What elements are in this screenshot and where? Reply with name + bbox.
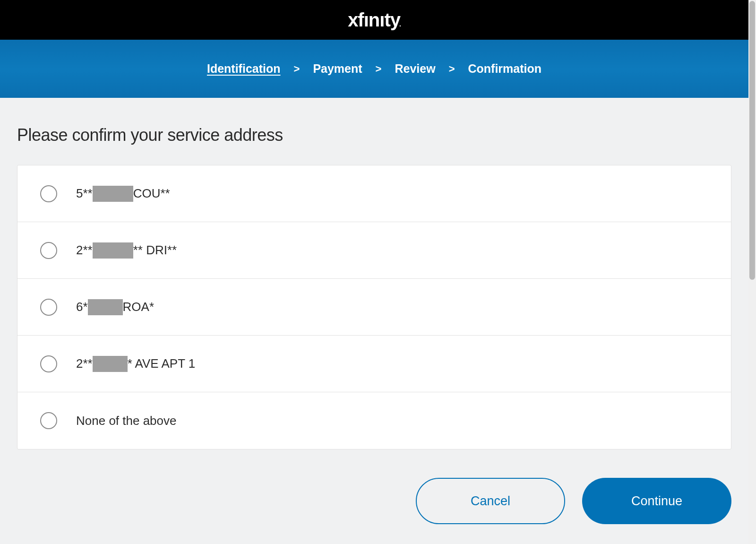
- page-title: Please confirm your service address: [17, 125, 731, 145]
- redaction-block: [93, 356, 128, 372]
- address-option-label: None of the above: [76, 414, 177, 428]
- address-option-0[interactable]: 5** COU**: [17, 165, 731, 222]
- continue-button[interactable]: Continue: [582, 478, 731, 524]
- chevron-right-icon: >: [449, 63, 455, 75]
- address-option-1[interactable]: 2**** DRI**: [17, 222, 731, 279]
- scrollbar-track[interactable]: [748, 0, 756, 544]
- address-option-label: 5** COU**: [76, 186, 170, 202]
- address-option-label: 2**** DRI**: [76, 242, 177, 259]
- address-option-label: 6* ROA*: [76, 299, 154, 315]
- action-buttons: Cancel Continue: [17, 478, 731, 524]
- header-bar: xfınıty.: [0, 0, 748, 40]
- chevron-right-icon: >: [294, 63, 300, 75]
- address-option-3[interactable]: 2*** AVE APT 1: [17, 336, 731, 392]
- radio-icon[interactable]: [40, 355, 57, 372]
- main-content: Please confirm your service address 5** …: [0, 98, 748, 524]
- cancel-button[interactable]: Cancel: [416, 478, 565, 524]
- step-payment: Payment: [313, 62, 362, 76]
- address-option-label: 2*** AVE APT 1: [76, 356, 195, 372]
- scrollbar-thumb[interactable]: [749, 1, 755, 280]
- step-confirmation: Confirmation: [468, 62, 541, 76]
- redaction-block: [93, 186, 133, 202]
- address-option-none[interactable]: None of the above: [17, 392, 731, 449]
- address-option-2[interactable]: 6* ROA*: [17, 279, 731, 336]
- radio-icon[interactable]: [40, 412, 57, 429]
- step-identification[interactable]: Identification: [207, 62, 281, 76]
- xfinity-logo: xfınıty.: [348, 9, 401, 31]
- radio-icon[interactable]: [40, 242, 57, 259]
- address-options-card: 5** COU** 2**** DRI** 6* ROA* 2*** AVE A…: [17, 165, 731, 449]
- radio-icon[interactable]: [40, 185, 57, 202]
- chevron-right-icon: >: [376, 63, 382, 75]
- redaction-block: [93, 242, 133, 259]
- redaction-block: [88, 299, 123, 315]
- radio-icon[interactable]: [40, 299, 57, 316]
- progress-steps: Identification > Payment > Review > Conf…: [0, 40, 748, 98]
- step-review: Review: [395, 62, 435, 76]
